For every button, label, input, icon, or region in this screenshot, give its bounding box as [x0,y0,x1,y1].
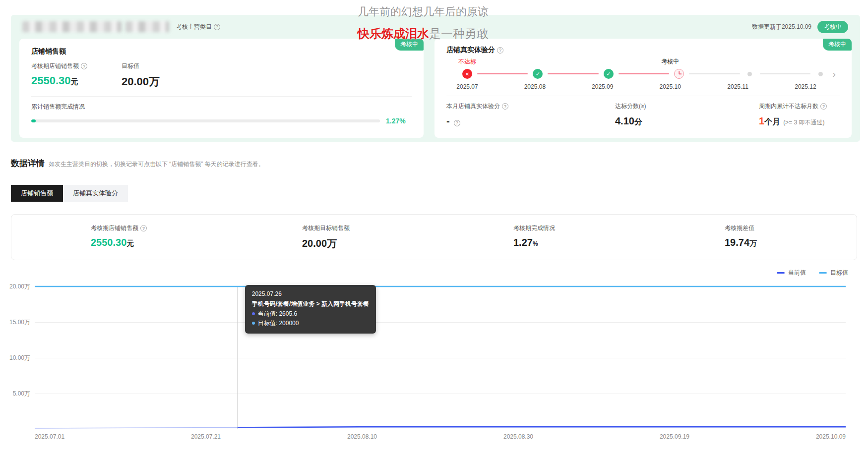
timeline-month: 2025.08 [517,83,552,90]
timeline-month: 2025.11 [721,83,755,90]
summary-target-unit: 万 [327,238,337,249]
detail-tabs: 店铺销售额 店铺真实体验分 [11,185,128,202]
summary-gap-label: 考核期差值 [725,224,857,232]
progress-percentage: 1.27% [386,117,412,125]
help-icon[interactable]: ? [820,103,827,110]
summary-target-label: 考核期目标销售额 [302,224,434,232]
divider [31,96,412,97]
y-axis-tick: 20.00万 [9,283,30,291]
summary-sales-label: 考核期店铺销售额 ? [91,224,223,232]
timeline-months: 2025.07 2025.08 2025.09 2025.10 2025.11 … [446,80,840,90]
chart-plot-area[interactable]: 20.00万 15.00万 10.00万 5.00万 2025.07.26 手机… [35,286,846,429]
passing-score-value: 4.10分 [615,115,759,127]
legend-current-label: 当前值 [788,269,806,277]
progress-bar [31,119,380,122]
assess-sales-number: 2550.30 [31,74,71,87]
fail-status-label: 不达标 [458,57,476,66]
tooltip-target-row: 目标值: 200000 [252,319,369,329]
tab-sales[interactable]: 店铺销售额 [11,185,63,202]
help-icon[interactable]: ? [497,47,503,54]
tooltip-category: 手机号码/套餐/增值业务 > 新入网手机号套餐 [252,299,369,309]
store-name-blur [125,21,169,32]
timeline-month: 2025.10 [653,83,687,90]
help-icon[interactable]: ? [454,120,460,126]
target-number: 20.00 [122,75,149,88]
timeline-connector [477,73,528,74]
x-axis-tick: 2025.10.09 [816,433,846,440]
dot-icon [747,72,752,76]
passing-score-unit: 分 [634,117,642,127]
summary-gap-value: 19.74万 [725,237,857,248]
dot-icon [252,312,255,315]
summary-gap-number: 19.74 [725,237,749,248]
dot-icon [818,72,823,76]
help-icon[interactable]: ? [81,63,87,69]
line-swatch-icon [819,272,827,274]
experience-card-title-text: 店铺真实体验分 [446,46,495,55]
line-swatch-icon [777,272,785,274]
dot-icon [252,322,255,325]
y-axis-tick: 10.00万 [9,354,30,362]
y-axis-tick: 5.00万 [13,390,30,398]
experience-card-status-badge: 考核中 [823,39,852,51]
assess-sales-value: 2550.30元 [31,74,122,87]
passing-score-label: 达标分数(≥) [615,102,759,111]
month-timeline: ✕ ✓ ✓ › [446,67,840,80]
target-value-label: 目标值 [122,62,160,70]
help-icon[interactable]: ? [140,225,147,231]
tooltip-current-value: 2605.6 [279,310,297,317]
month-score-label: 本月店铺真实体验分 ? [446,102,615,111]
chevron-right-icon[interactable]: › [832,69,836,79]
summary-completion-label: 考核期完成情况 [513,224,645,232]
tooltip-current-row: 当前值: 2605.6 [252,309,369,319]
summary-gap-unit: 万 [749,239,757,247]
failed-months-number: 1 [759,115,764,127]
check-circle-icon: ✓ [604,69,614,79]
legend-current[interactable]: 当前值 [777,269,806,277]
x-axis-tick: 2025.07.01 [35,433,64,440]
failed-months-label: 周期内累计不达标月数 ? [759,102,840,111]
store-name-blur [22,21,122,32]
chart-lines [35,286,846,429]
timeline-month: 2025.07 [450,83,485,90]
assessment-header: 考核主营类目 ? 数据更新于2025.10.09 考核中 [11,15,860,39]
timeline-month: 2025.12 [788,83,823,90]
help-icon[interactable]: ? [502,103,508,110]
experience-card-title: 店铺真实体验分 ? [446,46,840,55]
summary-completion-unit: % [533,240,538,247]
x-circle-icon: ✕ [462,69,472,79]
progress-label: 累计销售额完成情况 [31,103,412,111]
x-axis-labels: 2025.07.01 2025.07.21 2025.08.10 2025.08… [35,433,846,440]
sales-card: 考核中 店铺销售额 考核期店铺销售额 ? 2550.30元 目标值 20.00万… [19,39,424,138]
summary-completion-number: 1.27 [513,237,533,248]
tab-experience[interactable]: 店铺真实体验分 [63,185,128,202]
ongoing-status-label: 考核中 [661,57,679,66]
tooltip-target-label: 目标值 [258,320,276,327]
check-circle-icon: ✓ [533,69,543,79]
month-score-value: - ? [446,115,615,127]
x-axis-tick: 2025.08.10 [347,433,377,440]
main-category-text: 考核主营类目 [176,23,212,31]
legend-target[interactable]: 目标值 [819,269,848,277]
main-category-label: 考核主营类目 ? [176,23,220,31]
tooltip-current-label: 当前值 [258,310,276,317]
help-icon[interactable]: ? [214,24,220,30]
section-title: 数据详情 [11,158,45,169]
summary-card: 考核期店铺销售额 ? 2550.30元 考核期目标销售额 20.00万 考核期完… [11,214,857,260]
timeline-connector [760,73,810,74]
failed-months-value: 1个月(>= 3 即不通过) [759,115,840,127]
summary-sales-value: 2550.30元 [91,237,223,248]
timeline-connector [548,73,598,74]
x-axis-tick: 2025.07.21 [191,433,221,440]
assessment-panel: 考核主营类目 ? 数据更新于2025.10.09 考核中 考核中 店铺销售额 考… [11,15,860,142]
month-score-number: - [446,115,450,127]
summary-target-value: 20.00万 [302,237,434,250]
month-score-label-text: 本月店铺真实体验分 [446,102,500,111]
summary-completion-value: 1.27% [513,237,645,248]
summary-target-number: 20.00 [302,238,327,249]
experience-card: 考核中 店铺真实体验分 ? 不达标 考核中 ✕ ✓ ✓ › [434,39,852,138]
summary-sales-unit: 元 [126,239,134,247]
section-description: 如发生主营类目的切换，切换记录可点击以下 “店铺销售额” 每天的记录进行查看。 [49,160,264,169]
sales-card-status-badge: 考核中 [395,39,424,51]
target-value: 20.00万 [122,74,160,89]
